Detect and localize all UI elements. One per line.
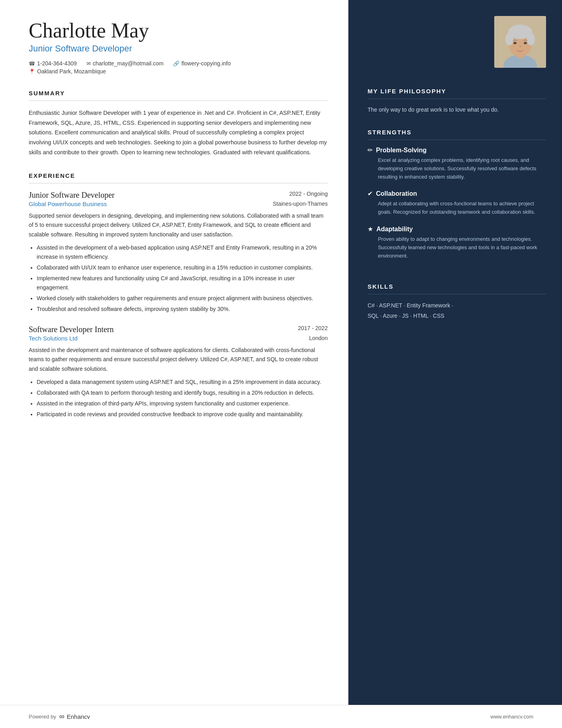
bullet-item: Participated in code reviews and provide… xyxy=(37,410,328,419)
exp-dates-1: 2022 - Ongoing xyxy=(289,191,328,197)
strengths-title: STRENGTHS xyxy=(367,129,546,136)
experience-section: EXPERIENCE Junior Software Developer 202… xyxy=(29,172,328,430)
strength-header-1: ✏ Problem-Solving xyxy=(367,146,546,154)
philosophy-text: The only way to do great work is to love… xyxy=(367,105,546,114)
summary-text: Enthusiastic Junior Software Developer w… xyxy=(29,108,328,157)
exp-bullets-2: Developed a data management system using… xyxy=(29,378,328,419)
experience-entry-1: Junior Software Developer 2022 - Ongoing… xyxy=(29,191,328,314)
strength-item-2: ✔ Collaboration Adept at collaborating w… xyxy=(367,190,546,216)
exp-dates-2: 2017 - 2022 xyxy=(298,325,328,331)
photo-placeholder xyxy=(494,16,546,68)
location-icon: 📍 xyxy=(29,69,35,75)
left-column: Charlotte May Junior Software Developer … xyxy=(0,0,348,705)
strengths-section: STRENGTHS ✏ Problem-Solving Excel at ana… xyxy=(367,129,546,269)
strength-name-3: Adaptability xyxy=(376,226,413,233)
experience-entry-2: Software Developer Intern 2017 - 2022 Te… xyxy=(29,325,328,419)
philosophy-divider xyxy=(367,98,546,99)
logo-icon: ∞ xyxy=(59,712,65,721)
email-icon: ✉ xyxy=(86,61,91,67)
location-row: 📍 Oakland Park, Mozambique xyxy=(29,68,328,75)
skills-line-1: C# · ASP.NET · Entity Framework · xyxy=(367,301,546,311)
candidate-title: Junior Software Developer xyxy=(29,43,328,54)
skills-section: SKILLS C# · ASP.NET · Entity Framework ·… xyxy=(367,283,546,321)
candidate-name: Charlotte May xyxy=(29,19,328,42)
strength-desc-2: Adept at collaborating with cross-functi… xyxy=(367,200,546,216)
star-icon: ★ xyxy=(367,225,373,233)
avatar-illustration xyxy=(494,16,546,68)
exp-company-2: Tech Solutions Ltd xyxy=(29,335,78,342)
exp-role-2: Software Developer Intern xyxy=(29,325,114,334)
philosophy-title: MY LIFE PHILOSOPHY xyxy=(367,88,546,94)
header-section: Charlotte May Junior Software Developer … xyxy=(29,19,328,75)
footer-left: Powered by ∞ Enhancv xyxy=(29,712,90,721)
exp-location-2: London xyxy=(309,335,328,342)
email-contact: ✉ charlotte_may@hotmail.com xyxy=(86,60,164,67)
bullet-item: Developed a data management system using… xyxy=(37,378,328,387)
bullet-item: Collaborated with QA team to perform tho… xyxy=(37,388,328,397)
powered-by-text: Powered by xyxy=(29,714,56,720)
svg-point-5 xyxy=(505,33,513,45)
check-icon: ✔ xyxy=(367,190,373,197)
email-address: charlotte_may@hotmail.com xyxy=(93,60,164,67)
contact-row: ☎ 1-204-364-4309 ✉ charlotte_may@hotmail… xyxy=(29,60,328,67)
exp-desc-2: Assisted in the development and maintena… xyxy=(29,346,328,373)
exp-desc-1: Supported senior developers in designing… xyxy=(29,211,328,239)
strength-item-3: ★ Adaptability Proven ability to adapt t… xyxy=(367,225,546,260)
philosophy-section: MY LIFE PHILOSOPHY The only way to do gr… xyxy=(367,88,546,114)
phone-contact: ☎ 1-204-364-4309 xyxy=(29,60,77,67)
exp-header-2: Software Developer Intern 2017 - 2022 xyxy=(29,325,328,334)
bullet-item: Assisted in the development of a web-bas… xyxy=(37,243,328,262)
strength-header-2: ✔ Collaboration xyxy=(367,190,546,197)
bullet-item: Worked closely with stakeholders to gath… xyxy=(37,294,328,303)
location-text: Oakland Park, Mozambique xyxy=(37,68,106,75)
exp-location-1: Staines-upon-Thames xyxy=(273,201,328,207)
bullet-item: Troubleshot and resolved software defect… xyxy=(37,305,328,314)
exp-role-1: Junior Software Developer xyxy=(29,191,115,200)
strength-desc-3: Proven ability to adapt to changing envi… xyxy=(367,235,546,260)
experience-divider xyxy=(29,183,328,183)
phone-icon: ☎ xyxy=(29,61,35,67)
bullet-item: Assisted in the integration of third-par… xyxy=(37,399,328,408)
svg-point-7 xyxy=(513,42,517,44)
website-contact: 🔗 flowery-copying.info xyxy=(173,60,231,67)
experience-title: EXPERIENCE xyxy=(29,172,328,179)
exp-company-1: Global Powerhouse Business xyxy=(29,201,107,207)
brand-name: Enhancv xyxy=(67,713,90,720)
candidate-photo xyxy=(494,16,546,68)
strength-item-1: ✏ Problem-Solving Excel at analyzing com… xyxy=(367,146,546,181)
exp-company-row-1: Global Powerhouse Business Staines-upon-… xyxy=(29,201,328,207)
website-url: flowery-copying.info xyxy=(181,60,231,67)
summary-title: SUMMARY xyxy=(29,90,328,96)
skills-line-2: SQL · Azure · JS · HTML · CSS xyxy=(367,311,546,321)
skills-title: SKILLS xyxy=(367,283,546,290)
strength-header-3: ★ Adaptability xyxy=(367,225,546,233)
footer: Powered by ∞ Enhancv www.enhancv.com xyxy=(0,705,562,728)
enhancv-logo: ∞ Enhancv xyxy=(59,712,90,721)
pencil-icon: ✏ xyxy=(367,146,373,154)
svg-point-6 xyxy=(527,33,535,45)
phone-number: 1-204-364-4309 xyxy=(37,60,77,67)
skills-divider xyxy=(367,294,546,294)
strengths-divider xyxy=(367,140,546,140)
bullet-item: Implemented new features and functionali… xyxy=(37,274,328,292)
exp-header-1: Junior Software Developer 2022 - Ongoing xyxy=(29,191,328,200)
strength-name-2: Collaboration xyxy=(376,190,417,197)
link-icon: 🔗 xyxy=(173,61,179,67)
footer-website: www.enhancv.com xyxy=(491,714,533,720)
bullet-item: Collaborated with UI/UX team to enhance … xyxy=(37,263,328,272)
exp-company-row-2: Tech Solutions Ltd London xyxy=(29,335,328,342)
svg-point-8 xyxy=(524,42,527,44)
exp-bullets-1: Assisted in the development of a web-bas… xyxy=(29,243,328,314)
summary-section: SUMMARY Enthusiastic Junior Software Dev… xyxy=(29,90,328,157)
summary-divider xyxy=(29,100,328,101)
strength-desc-1: Excel at analyzing complex problems, ide… xyxy=(367,156,546,181)
strength-name-1: Problem-Solving xyxy=(376,147,426,154)
right-column: MY LIFE PHILOSOPHY The only way to do gr… xyxy=(348,0,562,705)
